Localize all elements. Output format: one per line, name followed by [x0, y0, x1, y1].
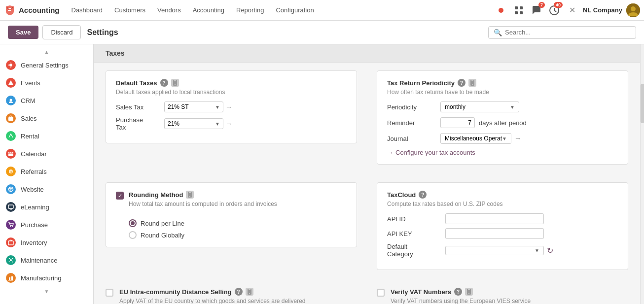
general-settings-icon	[6, 60, 16, 70]
api-id-input[interactable]	[445, 213, 544, 224]
api-key-row: API KEY	[387, 228, 618, 239]
svg-point-22	[10, 226, 11, 227]
sidebar-item-purchase[interactable]: Purchase	[0, 216, 93, 234]
radio-round-globally-btn[interactable]	[129, 231, 137, 239]
default-taxes-block: Default Taxes ? Default taxes applied to…	[106, 70, 357, 143]
sidebar-item-referrals[interactable]: ★ Referrals	[0, 163, 93, 180]
purchase-tax-arrow-right[interactable]: →	[225, 120, 232, 128]
referrals-icon: ★	[6, 167, 16, 176]
eu-block: EU Intra-community Distance Selling ? Ap…	[106, 288, 357, 304]
close-icon-btn[interactable]: ✕	[565, 3, 579, 17]
sidebar-item-elearning[interactable]: eLearning	[0, 198, 93, 216]
grid-icon	[514, 6, 523, 15]
svg-point-39	[249, 293, 250, 294]
sidebar-item-calendar[interactable]: Calendar	[0, 145, 93, 163]
periodicity-drop-arrow: ▼	[510, 104, 515, 110]
save-button[interactable]: Save	[8, 26, 38, 39]
eu-help-icon[interactable]: ?	[235, 288, 243, 296]
chat-icon-btn[interactable]: 7	[530, 3, 543, 17]
sidebar-scroll-down[interactable]: ▼	[0, 287, 93, 296]
user-avatar[interactable]	[626, 3, 640, 17]
sidebar-label-calendar: Calendar	[21, 150, 47, 158]
vat-checkbox[interactable]	[377, 289, 385, 297]
discard-button[interactable]: Discard	[42, 25, 81, 39]
radio-round-globally[interactable]: Round Globally	[129, 231, 347, 239]
nav-customers[interactable]: Customers	[109, 4, 150, 16]
sales-tax-select[interactable]: 21% ST ▼	[164, 101, 223, 112]
tax-return-title: Tax Return Periodicity ?	[387, 79, 618, 87]
tax-return-col: Tax Return Periodicity ? How often tax r…	[377, 70, 628, 172]
svg-rect-0	[515, 6, 518, 9]
nav-accounting[interactable]: Accounting	[188, 4, 229, 16]
refresh-icon[interactable]: ↻	[547, 246, 553, 255]
nav-vendors[interactable]: Vendors	[152, 4, 186, 16]
eu-content: EU Intra-community Distance Selling ? Ap…	[119, 288, 306, 304]
default-taxes-help-icon[interactable]: ?	[160, 79, 168, 87]
scrollbar-thumb[interactable]	[641, 84, 644, 123]
svg-point-42	[468, 293, 469, 294]
periodicity-row: Periodicity monthly ▼	[387, 101, 618, 112]
radio-round-per-line-btn[interactable]	[129, 219, 137, 227]
section-header: Taxes	[94, 44, 640, 63]
brand-logo	[4, 4, 16, 16]
sidebar-item-inventory[interactable]: Inventory	[0, 234, 93, 251]
activity-icon-btn[interactable]: 40	[547, 3, 561, 17]
sidebar-item-sales[interactable]: Sales	[0, 109, 93, 127]
sidebar-label-general-settings: General Settings	[21, 62, 69, 69]
svg-line-6	[554, 10, 556, 12]
rounding-checkbox[interactable]: ✓	[116, 192, 124, 200]
right-scrollbar[interactable]	[640, 44, 644, 304]
brand[interactable]: Accounting	[4, 4, 60, 16]
grid-icon-btn[interactable]	[512, 3, 526, 17]
tax-return-help-icon[interactable]: ?	[458, 79, 465, 87]
sidebar-item-general-settings[interactable]: General Settings	[0, 56, 93, 74]
crm-icon	[6, 96, 16, 105]
main-layout: ▲ General Settings Events CRM Sales	[0, 44, 644, 304]
sidebar-item-website[interactable]: Website	[0, 180, 93, 198]
periodicity-select[interactable]: monthly ▼	[440, 101, 519, 112]
sidebar-item-rental[interactable]: Rental	[0, 127, 93, 145]
sales-icon	[6, 113, 16, 123]
taxcloud-help-icon[interactable]: ?	[419, 191, 427, 199]
reminder-row: Reminder days after period	[387, 117, 618, 128]
nav-dashboard[interactable]: Dashboard	[67, 4, 108, 16]
svg-marker-10	[8, 80, 13, 85]
api-key-input[interactable]	[445, 228, 544, 239]
journal-arrow-right[interactable]: →	[514, 135, 521, 142]
radio-round-per-line[interactable]: Round per Line	[129, 219, 347, 227]
sales-tax-row: Sales Tax 21% ST ▼ →	[116, 101, 347, 112]
vat-help-icon[interactable]: ?	[454, 288, 462, 296]
svg-rect-12	[8, 117, 13, 121]
sidebar-scroll-up[interactable]: ▲	[0, 47, 93, 56]
sidebar-item-crm[interactable]: CRM	[0, 92, 93, 109]
svg-point-23	[12, 226, 13, 227]
rounding-text: Rounding Method How total tax amount is …	[129, 191, 277, 213]
taxcloud-col: TaxCloud ? Compute tax rates based on U.…	[377, 182, 628, 278]
nav-reporting[interactable]: Reporting	[231, 4, 269, 16]
elearning-icon	[6, 202, 16, 212]
sidebar-item-events[interactable]: Events	[0, 74, 93, 92]
default-cat-select[interactable]: ▼	[445, 246, 544, 255]
notification-dot[interactable]	[494, 3, 508, 17]
eu-checkbox[interactable]	[106, 289, 113, 297]
search-box[interactable]: 🔍	[488, 26, 636, 39]
svg-rect-1	[520, 6, 523, 9]
top-settings-row: Default Taxes ? Default taxes applied to…	[106, 70, 628, 172]
taxcloud-title: TaxCloud ?	[387, 191, 618, 199]
sales-tax-arrow-right[interactable]: →	[225, 103, 232, 111]
reminder-input[interactable]	[440, 117, 475, 128]
company-name[interactable]: NL Company	[583, 6, 622, 14]
top-nav-right: 7 40 ✕ NL Company	[494, 3, 640, 17]
svg-rect-38	[249, 290, 250, 290]
default-taxes-desc: Default taxes applied to local transacti…	[116, 89, 347, 96]
search-input[interactable]	[505, 29, 631, 36]
purchase-icon	[6, 220, 16, 230]
sidebar-item-maintenance[interactable]: Maintenance	[0, 251, 93, 269]
nav-configuration[interactable]: Configuration	[271, 4, 319, 16]
vat-content: Verify VAT Numbers ? Verify VAT numbers …	[391, 288, 531, 304]
journal-select[interactable]: Miscellaneous Operat ▼	[440, 133, 511, 144]
default-taxes-mobile-icon	[171, 79, 179, 87]
purchase-tax-select[interactable]: 21% ▼	[164, 118, 223, 129]
configure-link[interactable]: → Configure your tax accounts	[387, 149, 618, 156]
sidebar-item-manufacturing[interactable]: Manufacturing	[0, 269, 93, 287]
